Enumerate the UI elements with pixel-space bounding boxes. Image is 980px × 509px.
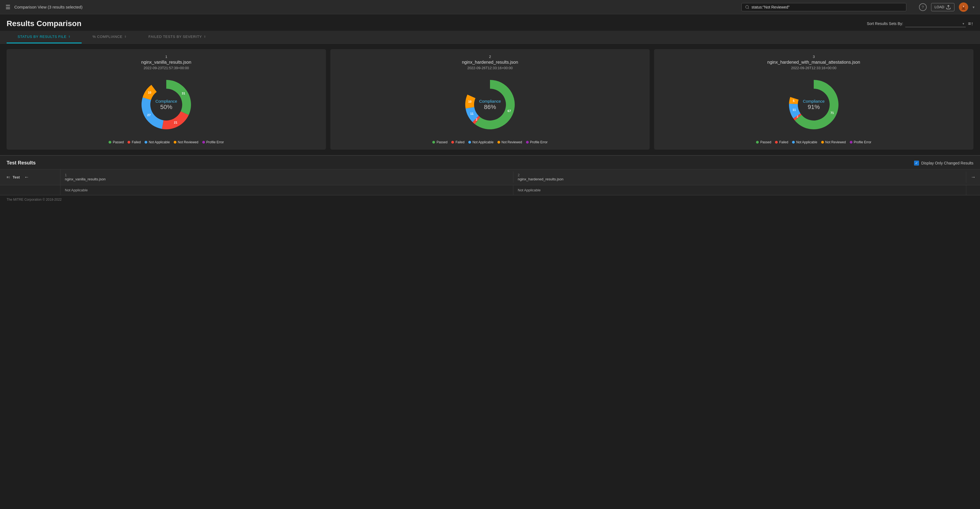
sort-select[interactable] (905, 20, 966, 27)
svg-text:71: 71 (830, 111, 834, 114)
search-input[interactable] (752, 5, 903, 10)
topnav-title: Comparison View (3 results selected) (14, 5, 83, 10)
td-test (0, 186, 60, 195)
legend-item: Passed (432, 140, 447, 144)
sort-order-button[interactable]: ≡↑ (968, 21, 974, 27)
card-filename: nginx_hardened_results.json (462, 60, 518, 65)
svg-line-1 (748, 8, 749, 9)
th-file-num: 1 (65, 173, 509, 177)
th-file-name: nginx_hardened_results.json (518, 177, 962, 181)
svg-text:67: 67 (508, 109, 511, 113)
legend-dot (468, 141, 471, 144)
donut-chart: 712115 Compliance 91% (783, 75, 844, 135)
legend-item: Failed (127, 140, 141, 144)
legend-label: Failed (132, 140, 141, 144)
legend-label: Passed (113, 140, 124, 144)
card-number: 3 (813, 55, 815, 59)
th-back-arrow[interactable]: ← (22, 172, 31, 182)
legend-label: Failed (455, 140, 465, 144)
display-changed-area: Display Only Changed Results (914, 160, 974, 166)
svg-text:27: 27 (147, 113, 151, 117)
legend-label: Passed (436, 140, 447, 144)
tab-chevron-icon: ⇧ (68, 35, 71, 38)
legend-label: Not Reviewed (501, 140, 522, 144)
legend-label: Not Applicable (149, 140, 170, 144)
load-button[interactable]: LOAD (931, 3, 955, 11)
legend-item: Passed (108, 140, 124, 144)
card-3: 3 nginx_hardened_with_manual_attestation… (654, 49, 974, 150)
legend-label: Passed (760, 140, 771, 144)
legend-dot (756, 141, 759, 144)
bottom-title: Test Results (6, 160, 36, 166)
legend-item: Passed (756, 140, 771, 144)
th-test-label: Test (13, 175, 20, 179)
legend-label: Failed (779, 140, 788, 144)
tabs-bar: STATUS BY RESULTS FILE ⇧ % COMPLIANCE ⇧ … (0, 31, 980, 44)
legend-label: Not Applicable (473, 140, 493, 144)
svg-text:21: 21 (174, 121, 177, 124)
svg-text:31: 31 (181, 92, 185, 95)
table-row: Not ApplicableNot Applicable (0, 186, 980, 195)
legend-item: Not Reviewed (174, 140, 199, 144)
compliance-pct: 50% (155, 103, 177, 111)
th-file-name: nginx_vanilla_results.json (65, 177, 509, 181)
footer-text: The MITRE Corporation © 2018-2022 (6, 198, 62, 201)
card-date: 2022-09-26T12:33:16+00:00 (791, 66, 836, 70)
tab-status-by-results[interactable]: STATUS BY RESULTS FILE ⇧ (6, 31, 82, 43)
sort-area: Sort Results Sets By: ≡↑ (867, 20, 974, 27)
svg-text:11: 11 (792, 108, 796, 111)
tab-chevron-2-icon: ⇧ (124, 35, 127, 38)
legend-label: Not Applicable (796, 140, 817, 144)
legend-dot (792, 141, 795, 144)
donut-chart: 6721110 Compliance 86% (460, 75, 520, 135)
display-changed-label: Display Only Changed Results (921, 161, 974, 165)
legend-item: Not Reviewed (498, 140, 522, 144)
td-file-col-1: Not Applicable (60, 186, 513, 195)
upload-icon (946, 5, 951, 10)
th-file-num: 2 (518, 173, 962, 177)
legend-item: Profile Error (202, 140, 224, 144)
donut-center: Compliance 50% (155, 99, 177, 111)
table-sort-icon[interactable]: ≡↑ (6, 175, 10, 179)
bottom-section: Test Results Display Only Changed Result… (0, 155, 980, 195)
compliance-label: Compliance (479, 99, 501, 103)
display-changed-checkbox[interactable] (914, 160, 919, 166)
th-file-col-2: 2 nginx_hardened_results.json (513, 171, 966, 183)
tab-compliance[interactable]: % COMPLIANCE ⇧ (82, 31, 138, 43)
search-bar[interactable] (741, 3, 906, 11)
tab-failed-tests[interactable]: FAILED TESTS BY SEVERITY ⇧ (137, 31, 217, 43)
legend-dot (174, 141, 177, 144)
search-icon (745, 5, 749, 10)
legend-item: Not Reviewed (821, 140, 846, 144)
topnav: ☰ Comparison View (3 results selected) ?… (0, 0, 980, 14)
sort-label: Sort Results Sets By: (867, 21, 903, 26)
svg-text:5: 5 (793, 99, 794, 102)
donut-chart: 31212710 Compliance 50% (136, 75, 197, 135)
th-nav-right: → (966, 172, 980, 182)
card-1: 1 nginx_vanilla_results.json 2022-09-23T… (6, 49, 326, 150)
svg-text:11: 11 (470, 112, 474, 115)
th-file-cols: 1 nginx_vanilla_results.json 2 nginx_har… (60, 171, 966, 183)
help-button[interactable]: ? (919, 3, 927, 11)
menu-icon[interactable]: ☰ (5, 4, 10, 10)
avatar-chevron-icon[interactable]: ▾ (972, 5, 975, 10)
donut-center: Compliance 91% (803, 99, 824, 111)
th-forward-arrow[interactable]: → (969, 172, 978, 182)
legend-dot (498, 141, 500, 144)
table-header: ≡↑ Test ← 1 nginx_vanilla_results.json 2… (0, 170, 980, 186)
td-file-cols: Not ApplicableNot Applicable (60, 186, 966, 195)
bottom-header: Test Results Display Only Changed Result… (0, 156, 980, 170)
legend-dot (821, 141, 824, 144)
legend-item: Profile Error (850, 140, 872, 144)
svg-point-4 (963, 5, 965, 8)
card-2: 2 nginx_hardened_results.json 2022-09-26… (330, 49, 650, 150)
compliance-pct: 91% (803, 103, 824, 111)
legend: Passed Failed Not Applicable Not Reviewe… (756, 140, 871, 144)
user-avatar-icon (960, 4, 967, 10)
avatar[interactable] (959, 2, 968, 12)
legend-dot (526, 141, 529, 144)
card-date: 2022-09-26T12:33:16+00:00 (467, 66, 512, 70)
card-number: 1 (165, 55, 167, 59)
legend-label: Not Reviewed (178, 140, 199, 144)
table-rows: Not ApplicableNot Applicable (0, 186, 980, 195)
